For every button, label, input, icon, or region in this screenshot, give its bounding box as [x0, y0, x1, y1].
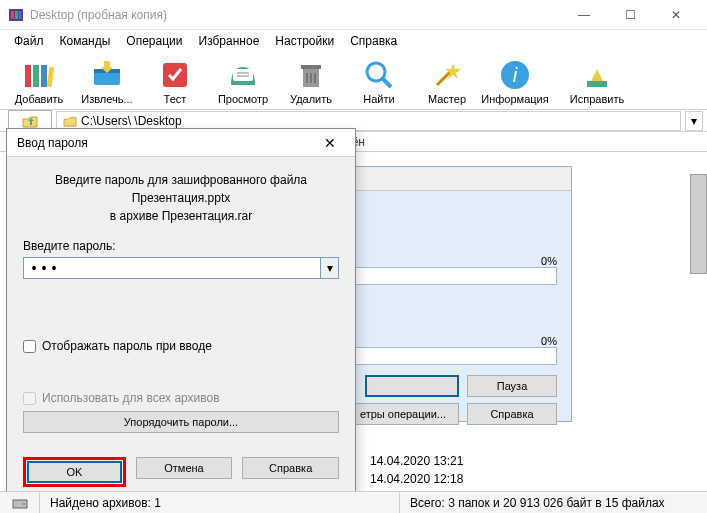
drive-icon: [12, 496, 28, 510]
svg-rect-2: [15, 11, 18, 19]
svg-rect-11: [233, 69, 253, 81]
svg-rect-6: [41, 65, 47, 87]
help-button[interactable]: Справка: [242, 457, 339, 479]
tool-label: Информация: [481, 93, 548, 105]
cancel-button[interactable]: Отмена: [136, 457, 233, 479]
status-found: Найдено архивов: 1: [40, 492, 400, 513]
status-total: Всего: 3 папок и 20 913 026 байт в 15 фа…: [400, 492, 707, 513]
scrollbar[interactable]: [690, 174, 707, 274]
tool-label: Исправить: [570, 93, 624, 105]
svg-point-19: [367, 63, 385, 81]
menu-file[interactable]: Файл: [6, 31, 52, 51]
show-password-checkbox[interactable]: Отображать пароль при вводе: [23, 339, 339, 353]
extract-icon: [91, 59, 123, 91]
extract-help-button[interactable]: Справка: [467, 403, 557, 425]
view-icon: [227, 59, 259, 91]
use-all-checkbox: Использовать для всех архивов: [23, 391, 339, 405]
tool-repair[interactable]: Исправить: [566, 56, 628, 105]
toolbar: Добавить Извлечь... Тест Просмотр Удалит…: [0, 52, 707, 110]
dialog-message: Введите пароль для зашифрованного файла …: [23, 171, 339, 225]
close-button[interactable]: ✕: [653, 0, 699, 30]
organize-passwords-button[interactable]: Упорядочить пароли...: [23, 411, 339, 433]
repair-icon: [581, 59, 613, 91]
tool-label: Добавить: [15, 93, 64, 105]
use-all-box: [23, 392, 36, 405]
menu-operations[interactable]: Операции: [118, 31, 190, 51]
ok-button[interactable]: OK: [27, 461, 122, 483]
status-icon-seg: [0, 492, 40, 513]
menu-favorites[interactable]: Избранное: [191, 31, 268, 51]
svg-text:i: i: [513, 64, 518, 86]
svg-rect-4: [25, 65, 31, 87]
minimize-button[interactable]: —: [561, 0, 607, 30]
search-icon: [363, 59, 395, 91]
path-text: C:\Users\ \Desktop: [81, 114, 182, 128]
use-all-label: Использовать для всех архивов: [42, 391, 220, 405]
extract-pause-button[interactable]: Пауза: [467, 375, 557, 397]
svg-rect-15: [301, 65, 321, 69]
svg-rect-5: [33, 65, 39, 87]
menu-settings[interactable]: Настройки: [267, 31, 342, 51]
tool-label: Мастер: [428, 93, 466, 105]
window-title: Desktop (пробная копия): [30, 8, 561, 22]
show-password-label: Отображать пароль при вводе: [42, 339, 212, 353]
dialog-header[interactable]: Ввод пароля ✕: [7, 129, 355, 157]
tool-label: Тест: [164, 93, 187, 105]
tool-label: Просмотр: [218, 93, 268, 105]
tool-add[interactable]: Добавить: [8, 56, 70, 105]
books-icon: [23, 59, 55, 91]
tool-extract[interactable]: Извлечь...: [76, 56, 138, 105]
password-input[interactable]: [23, 257, 321, 279]
password-dropdown[interactable]: ▾: [321, 257, 339, 279]
svg-line-20: [383, 79, 391, 87]
path-dropdown[interactable]: ▾: [685, 111, 703, 131]
extract-bg-button[interactable]: [365, 375, 459, 397]
tool-info[interactable]: i Информация: [484, 56, 546, 105]
maximize-button[interactable]: ☐: [607, 0, 653, 30]
tool-wizard[interactable]: Мастер: [416, 56, 478, 105]
title-bar: Desktop (пробная копия) — ☐ ✕: [0, 0, 707, 30]
svg-rect-1: [11, 11, 14, 19]
info-icon: i: [499, 59, 531, 91]
wand-icon: [431, 59, 463, 91]
show-password-box[interactable]: [23, 340, 36, 353]
extract-params-button[interactable]: етры операции...: [347, 403, 459, 425]
svg-point-28: [23, 503, 25, 505]
svg-rect-24: [587, 81, 607, 87]
status-bar: Найдено архивов: 1 Всего: 3 папок и 20 9…: [0, 491, 707, 513]
tool-label: Извлечь...: [81, 93, 132, 105]
menu-bar: Файл Команды Операции Избранное Настройк…: [0, 30, 707, 52]
menu-help[interactable]: Справка: [342, 31, 405, 51]
tool-test[interactable]: Тест: [144, 56, 206, 105]
svg-rect-7: [47, 66, 55, 87]
password-label: Введите пароль:: [23, 239, 339, 253]
tool-delete[interactable]: Удалить: [280, 56, 342, 105]
menu-commands[interactable]: Команды: [52, 31, 119, 51]
dialog-title: Ввод пароля: [17, 136, 315, 150]
test-icon: [159, 59, 191, 91]
password-dialog: Ввод пароля ✕ Введите пароль для зашифро…: [6, 128, 356, 492]
ok-highlight: OK: [23, 457, 126, 487]
dialog-close-button[interactable]: ✕: [315, 135, 345, 151]
tool-view[interactable]: Просмотр: [212, 56, 274, 105]
svg-rect-3: [19, 11, 21, 19]
app-icon: [8, 7, 24, 23]
tool-label: Найти: [363, 93, 394, 105]
tool-find[interactable]: Найти: [348, 56, 410, 105]
tool-label: Удалить: [290, 93, 332, 105]
trash-icon: [295, 59, 327, 91]
